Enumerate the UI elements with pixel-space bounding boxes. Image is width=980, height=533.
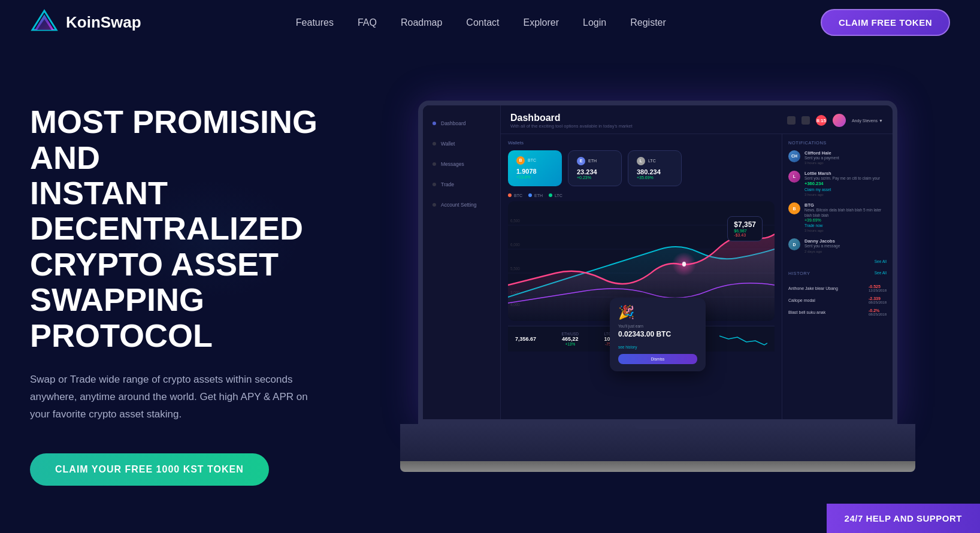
history-name-1: Callope modal — [788, 298, 815, 302]
eth-change: +0.23% — [577, 175, 613, 180]
btc-legend-dot — [508, 193, 512, 197]
see-all-link[interactable]: See All — [788, 259, 887, 264]
sidebar-item-wallet: Wallet — [423, 135, 500, 153]
notif-avatar-danny: D — [788, 238, 800, 250]
user-name: Andy Stevens ▼ — [852, 119, 883, 123]
hero-section: MOST PROMISING AND INSTANT DECENTRALIZED… — [0, 45, 980, 533]
sidebar-item-trade: Trade — [423, 175, 500, 193]
popup-dismiss-button[interactable]: Dismiss — [618, 354, 697, 364]
nav-roadmap[interactable]: Roadmap — [401, 17, 442, 28]
notif-link-2[interactable]: Trade now — [804, 223, 822, 228]
claim-free-1000-kst-button[interactable]: CLAIM YOUR FREE 1000 KST TOKEN — [30, 453, 269, 486]
legend-ltc: LTC — [549, 193, 562, 198]
sidebar-label-wallet: Wallet — [441, 141, 455, 147]
history-change-1: -2.339 — [869, 296, 887, 301]
dashboard-dot — [432, 122, 436, 125]
nav-contact[interactable]: Contact — [466, 17, 499, 28]
notification-item-3: D Danny Jacobs Sent you a message 2 days… — [788, 238, 887, 253]
popup-amount: 0.02343.00 BTC — [618, 330, 697, 338]
notif-text-3: Sent you a message — [804, 244, 887, 249]
svg-text:5,500: 5,500 — [510, 265, 520, 271]
svg-text:6,000: 6,000 — [510, 241, 520, 247]
user-avatar[interactable] — [833, 114, 846, 127]
nav-features[interactable]: Features — [296, 17, 334, 28]
eth-legend-label: ETH — [534, 193, 543, 198]
notif-content-clifford: Clifford Hale Sent you a payment 3 hours… — [804, 150, 887, 165]
claim-free-token-button[interactable]: CLAIM FREE TOKEN — [821, 9, 950, 36]
notif-link-1[interactable]: Claim my asset — [804, 187, 831, 192]
notif-time-1: 3 hours ago — [804, 193, 887, 196]
btc-change: +13.8% — [516, 175, 553, 179]
notif-time-2: 3 hours ago — [804, 229, 887, 232]
history-date-1: 08/25/2018 — [869, 301, 887, 304]
sidebar-label-dashboard: Dashboard — [441, 120, 466, 126]
popup-see-history[interactable]: see history — [618, 345, 637, 349]
account-dot — [432, 203, 436, 207]
dashboard-subtitle: With all of the exciting tool options av… — [510, 123, 633, 129]
notification-badge[interactable]: 8:15 — [816, 115, 827, 126]
ltc-amount: 380.234 — [637, 168, 673, 175]
notification-item-2: B BTG News. Bitcoin data blah blah blah … — [788, 202, 887, 232]
notification-item-0: CH Clifford Hale Sent you a payment 3 ho… — [788, 150, 887, 165]
history-header: History See All — [788, 271, 887, 281]
price-tooltip: $7,357 $6,987 -$3.43 — [727, 216, 763, 241]
svg-text:6,500: 6,500 — [510, 217, 520, 223]
notif-text-2: News. Bitcoin data blah blah blah 5 min … — [804, 208, 887, 218]
hero-heading-line2: INSTANT DECENTRALIZED — [30, 175, 365, 247]
ltc-legend-dot — [549, 193, 552, 197]
notif-time-3: 2 days ago — [804, 250, 887, 253]
notif-name-2: BTG — [804, 202, 887, 208]
notif-text-1: Sent you scrim. Pay me on citi to claim … — [804, 176, 887, 181]
dashboard-sidebar: Dashboard Wallet Messages — [423, 105, 501, 419]
history-item-2-right: -0.2% 08/25/2018 — [869, 308, 887, 316]
mini-chart-ltc — [719, 330, 767, 348]
ltc-coin-icon: L — [637, 157, 645, 165]
nav-explorer[interactable]: Explorer — [523, 17, 559, 28]
notif-name-3: Danny Jacobs — [804, 238, 887, 244]
laptop-screen: Dashboard Wallet Messages — [418, 101, 897, 424]
history-date-2: 08/25/2018 — [869, 313, 887, 316]
history-see-all[interactable]: See All — [875, 271, 887, 281]
tooltip-change: -$3.43 — [734, 233, 756, 237]
dashboard-title-area: Dashboard With all of the exciting tool … — [510, 113, 633, 129]
dashboard-main: Dashboard With all of the exciting tool … — [501, 105, 893, 419]
navbar: KoinSwap Features FAQ Roadmap Contact Ex… — [0, 0, 980, 45]
ltc-change: +35.69% — [637, 175, 673, 180]
history-item-1-right: -2.339 08/25/2018 — [869, 296, 887, 304]
eth-coin-icon: E — [577, 157, 585, 165]
logo-icon — [30, 8, 59, 37]
laptop-mockup: Dashboard Wallet Messages — [400, 101, 915, 472]
grid-icon[interactable] — [801, 116, 810, 125]
earnings-popup: 🎉 You'll just earn 0.02343.00 BTC see hi… — [610, 298, 706, 371]
popup-emoji: 🎉 — [618, 305, 697, 320]
eth-legend-dot — [528, 193, 532, 197]
sidebar-item-dashboard: Dashboard — [423, 114, 500, 132]
dashboard-right-panel: NOTIFICATIONS CH Clifford Hale Sent you … — [782, 134, 893, 419]
btc-wallet-card: B BTC 1.9078 +13.8% — [508, 150, 562, 186]
wallet-dot — [432, 142, 436, 146]
tooltip-price: $7,357 — [734, 220, 756, 229]
sidebar-item-account: Account Setting — [423, 196, 500, 214]
notifications-label: NOTIFICATIONS — [788, 140, 887, 146]
eth-label: ETH — [588, 159, 597, 163]
notif-amount-1: +360.234 — [804, 181, 887, 186]
sidebar-label-trade: Trade — [441, 181, 454, 187]
dashboard-screen: Dashboard Wallet Messages — [423, 105, 893, 419]
search-icon[interactable] — [787, 116, 796, 125]
legend-eth: ETH — [528, 193, 543, 198]
btc-card-top: B BTC — [516, 156, 553, 165]
history-name-0: Anthone Jake blear Ubang — [788, 286, 838, 290]
logo-text: KoinSwap — [66, 13, 141, 32]
eth-wallet-card: E ETH 23.234 +0.23% — [568, 150, 622, 186]
ltc-legend-label: LTC — [555, 193, 562, 198]
hero-heading: MOST PROMISING AND INSTANT DECENTRALIZED… — [30, 104, 365, 353]
eth-card-top: E ETH — [577, 157, 613, 165]
notif-content-lottie: Lottie Marsh Sent you scrim. Pay me on c… — [804, 171, 887, 196]
help-support-bar[interactable]: 24/7 HELP AND SUPPORT — [827, 504, 980, 533]
dashboard: Dashboard Wallet Messages — [423, 105, 893, 419]
nav-register[interactable]: Register — [630, 17, 666, 28]
history-item-2: Blast bell suku anak -0.2% 08/25/2018 — [788, 308, 887, 316]
eth-stat-label: ETH/USD — [562, 332, 579, 336]
nav-faq[interactable]: FAQ — [358, 17, 377, 28]
nav-login[interactable]: Login — [583, 17, 606, 28]
